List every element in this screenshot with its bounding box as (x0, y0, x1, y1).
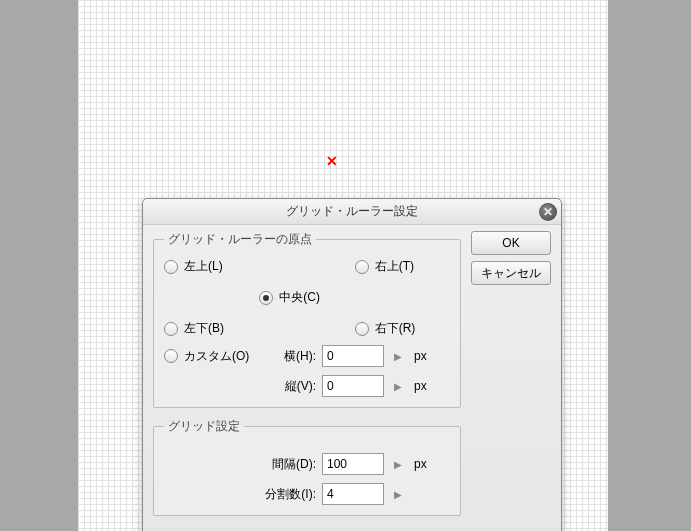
radio-icon (164, 322, 178, 336)
radio-center[interactable]: 中央(C) (259, 289, 354, 306)
radio-label: カスタム(O) (184, 348, 249, 365)
radio-bottom-right[interactable]: 右下(R) (355, 320, 450, 337)
ok-button[interactable]: OK (471, 231, 551, 255)
radio-custom[interactable]: カスタム(O) (164, 348, 284, 365)
close-button[interactable]: ✕ (539, 203, 557, 221)
spinner-icon[interactable]: ▶ (390, 459, 406, 470)
radio-icon (355, 322, 369, 336)
origin-marker: ✕ (326, 153, 338, 169)
divisions-label: 分割数(I): (164, 486, 322, 503)
dialog-body: グリッド・ルーラーの原点 左上(L) 右上(T) (143, 225, 561, 531)
divisions-row: 分割数(I): ▶ (164, 483, 450, 505)
spinner-icon[interactable]: ▶ (390, 351, 406, 362)
radio-dot-icon (263, 295, 269, 301)
button-column: OK キャンセル (461, 231, 551, 526)
horizontal-unit: px (414, 349, 434, 363)
radio-icon (355, 260, 369, 274)
origin-legend: グリッド・ルーラーの原点 (164, 231, 316, 248)
radio-icon (164, 260, 178, 274)
dialog-titlebar[interactable]: グリッド・ルーラー設定 ✕ (143, 199, 561, 225)
dialog-title: グリッド・ルーラー設定 (286, 203, 418, 220)
radio-label: 中央(C) (279, 289, 320, 306)
divisions-input[interactable] (322, 483, 384, 505)
radio-top-left[interactable]: 左上(L) (164, 258, 259, 275)
radio-icon-checked (259, 291, 273, 305)
custom-row: カスタム(O) 横(H): ▶ px (164, 345, 450, 367)
radio-label: 左上(L) (184, 258, 223, 275)
origin-fieldset: グリッド・ルーラーの原点 左上(L) 右上(T) (153, 231, 461, 408)
vertical-input[interactable] (322, 375, 384, 397)
radio-label: 左下(B) (184, 320, 224, 337)
interval-unit: px (414, 457, 434, 471)
vertical-unit: px (414, 379, 434, 393)
horizontal-input[interactable] (322, 345, 384, 367)
horizontal-label: 横(H): (284, 348, 322, 365)
grid-legend: グリッド設定 (164, 418, 244, 435)
close-icon: ✕ (543, 205, 553, 219)
radio-bottom-left[interactable]: 左下(B) (164, 320, 259, 337)
interval-row: 間隔(D): ▶ px (164, 453, 450, 475)
cancel-button[interactable]: キャンセル (471, 261, 551, 285)
spinner-icon[interactable]: ▶ (390, 489, 406, 500)
radio-icon (164, 349, 178, 363)
interval-label: 間隔(D): (164, 456, 322, 473)
vertical-row: 縦(V): ▶ px (164, 375, 450, 397)
radio-label: 右下(R) (375, 320, 416, 337)
origin-radio-grid: 左上(L) 右上(T) 中央(C) (164, 258, 450, 337)
spinner-icon[interactable]: ▶ (390, 381, 406, 392)
grid-ruler-settings-dialog: グリッド・ルーラー設定 ✕ グリッド・ルーラーの原点 左上(L) 右上(T) (142, 198, 562, 531)
interval-input[interactable] (322, 453, 384, 475)
vertical-label: 縦(V): (284, 378, 322, 395)
main-column: グリッド・ルーラーの原点 左上(L) 右上(T) (153, 231, 461, 526)
radio-label: 右上(T) (375, 258, 414, 275)
grid-fieldset: グリッド設定 間隔(D): ▶ px 分割数(I): ▶ (153, 418, 461, 516)
radio-top-right[interactable]: 右上(T) (355, 258, 450, 275)
